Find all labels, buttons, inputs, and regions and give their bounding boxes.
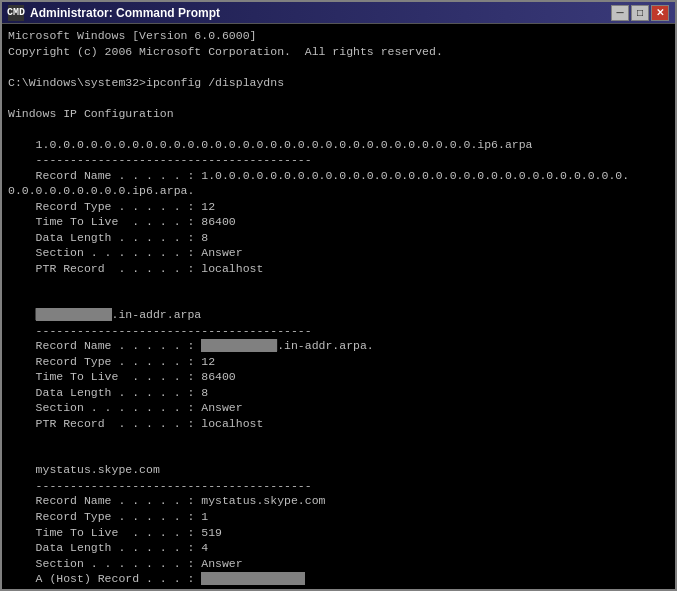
line-inaddr-separator: ---------------------------------------- [8, 323, 669, 339]
maximize-button[interactable]: □ [631, 5, 649, 21]
line-record-type-skype1: Record Type . . . . . : 1 [8, 509, 669, 525]
line-ip-config-header: Windows IP Configuration [8, 106, 669, 122]
line-record-name-skype1: Record Name . . . . . : mystatus.skype.c… [8, 493, 669, 509]
line-record-type-inaddr: Record Type . . . . . : 12 [8, 354, 669, 370]
cmd-window: CMD Administrator: Command Prompt ─ □ ✕ … [0, 0, 677, 591]
line-ip6-separator: ---------------------------------------- [8, 152, 669, 168]
line-empty-5 [8, 292, 669, 308]
minimize-button[interactable]: ─ [611, 5, 629, 21]
line-data-length-skype1: Data Length . . . . . : 4 [8, 540, 669, 556]
line-ptr-inaddr: PTR Record . . . . . : localhost [8, 416, 669, 432]
window-title: Administrator: Command Prompt [30, 6, 611, 20]
line-data-length-inaddr: Data Length . . . . . : 8 [8, 385, 669, 401]
line-data-length-ip6: Data Length . . . . . : 8 [8, 230, 669, 246]
line-ttl-ip6: Time To Live . . . . : 86400 [8, 214, 669, 230]
redacted-ip-3: ███████████████ [201, 572, 305, 585]
line-empty-1 [8, 59, 669, 75]
line-inaddr-header: ███████████.in-addr.arpa [8, 307, 669, 323]
line-section-inaddr: Section . . . . . . . : Answer [8, 400, 669, 416]
window-icon: CMD [8, 5, 24, 21]
line-version: Microsoft Windows [Version 6.0.6000] [8, 28, 669, 44]
line-copyright: Copyright (c) 2006 Microsoft Corporation… [8, 44, 669, 60]
line-record-type-ip6: Record Type . . . . . : 12 [8, 199, 669, 215]
line-section-ip6: Section . . . . . . . : Answer [8, 245, 669, 261]
title-bar-buttons: ─ □ ✕ [611, 5, 669, 21]
close-button[interactable]: ✕ [651, 5, 669, 21]
redacted-ip-2: ███████████ [201, 339, 277, 352]
line-record-name-ip6: Record Name . . . . . : 1.0.0.0.0.0.0.0.… [8, 168, 669, 184]
terminal-output[interactable]: Microsoft Windows [Version 6.0.6000] Cop… [2, 24, 675, 589]
line-ttl-inaddr: Time To Live . . . . : 86400 [8, 369, 669, 385]
title-bar: CMD Administrator: Command Prompt ─ □ ✕ [2, 2, 675, 24]
line-ttl-skype1: Time To Live . . . . : 519 [8, 525, 669, 541]
line-empty-6 [8, 431, 669, 447]
line-empty-8 [8, 587, 669, 589]
line-empty-3 [8, 121, 669, 137]
redacted-ip-1: ███████████ [36, 308, 112, 321]
line-skype-header: mystatus.skype.com [8, 462, 669, 478]
line-skype-separator: ---------------------------------------- [8, 478, 669, 494]
line-empty-7 [8, 447, 669, 463]
line-ip6-arpa-header: 1.0.0.0.0.0.0.0.0.0.0.0.0.0.0.0.0.0.0.0.… [8, 137, 669, 153]
line-empty-2 [8, 90, 669, 106]
line-ptr-ip6: PTR Record . . . . . : localhost [8, 261, 669, 277]
line-record-name-ip6-cont: 0.0.0.0.0.0.0.0.0.ip6.arpa. [8, 183, 669, 199]
line-section-skype1: Section . . . . . . . : Answer [8, 556, 669, 572]
line-record-name-inaddr: Record Name . . . . . : ███████████.in-a… [8, 338, 669, 354]
line-empty-4 [8, 276, 669, 292]
line-arecord-skype1: A (Host) Record . . . : ███████████████ [8, 571, 669, 587]
line-command: C:\Windows\system32>ipconfig /displaydns [8, 75, 669, 91]
